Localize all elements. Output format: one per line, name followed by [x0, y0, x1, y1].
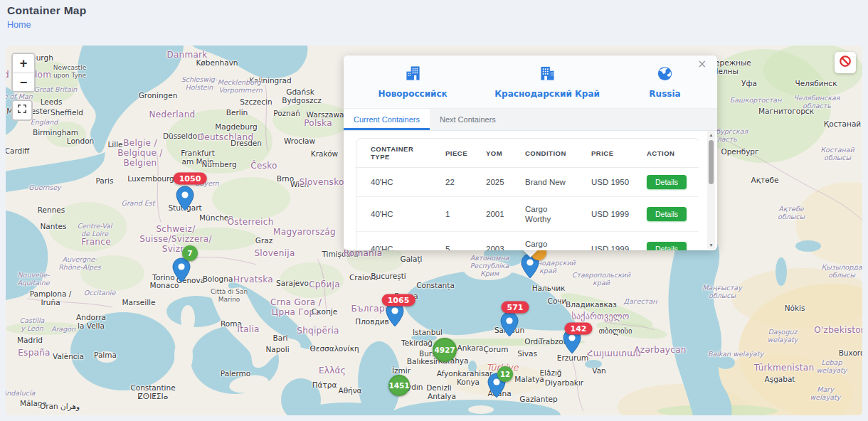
table-cell: 5: [431, 231, 472, 250]
tab-current-containers[interactable]: Current Containers: [344, 109, 430, 130]
table-header-cell: PIECE: [431, 139, 472, 168]
zoom-control: + −: [11, 53, 36, 92]
marker-count-badge[interactable]: 4927: [433, 338, 457, 362]
building-icon: [405, 65, 421, 85]
map-marker-pin[interactable]: [176, 186, 194, 211]
table-cell: 2025: [472, 168, 511, 196]
scrollbar-up-arrow[interactable]: ▲: [707, 131, 715, 139]
map-marker-pin[interactable]: [172, 257, 191, 283]
popup-location[interactable]: Новороссийск: [344, 65, 482, 99]
details-button[interactable]: Details: [647, 207, 687, 221]
marker-count-badge[interactable]: 1451: [388, 375, 410, 396]
marker-count-badge[interactable]: 7: [182, 245, 198, 261]
marker-count-badge[interactable]: 1050: [174, 173, 207, 185]
table-header-cell: PRICE: [577, 139, 633, 168]
close-icon[interactable]: ×: [693, 57, 711, 71]
zoom-out-button[interactable]: −: [13, 73, 34, 91]
containers-table-wrap: CONTAINER TYPEPIECEYOMCONDITIONPRICEACTI…: [356, 138, 699, 250]
table-header-cell: CONTAINER TYPE: [356, 139, 431, 168]
table-scrollbar[interactable]: ▲ ▼: [707, 131, 715, 249]
table-row: 40'HC52003Cargo WorthyUSD 1999Details: [356, 231, 699, 250]
marker-count-badge[interactable]: 142: [565, 323, 593, 335]
page-header: Container Map Home: [7, 4, 87, 30]
table-cell: Cargo Worthy: [511, 196, 577, 231]
popup-location-label: Russia: [649, 89, 680, 99]
fullscreen-icon: [17, 104, 27, 117]
marker-count-badge[interactable]: 571: [502, 302, 529, 314]
table-cell: 40'HC: [356, 168, 431, 196]
table-cell: Cargo Worthy: [511, 231, 577, 250]
clear-filter-button[interactable]: [835, 52, 856, 73]
table-cell: 40'HC: [356, 196, 431, 231]
details-button[interactable]: Details: [647, 242, 687, 250]
containers-table: CONTAINER TYPEPIECEYOMCONDITIONPRICEACTI…: [356, 138, 699, 250]
table-cell: 2003: [472, 231, 511, 250]
table-cell: 2001: [472, 196, 511, 231]
table-row: 40'HC12001Cargo WorthyUSD 1999Details: [356, 196, 699, 231]
scrollbar-down-arrow[interactable]: ▼: [707, 241, 715, 249]
container-popup: × НовороссийскКраснодарский КрайRussia C…: [344, 55, 717, 250]
table-cell: USD 1999: [577, 196, 633, 231]
page-title: Container Map: [7, 4, 87, 17]
map-canvas[interactable]: EdinburghUnited KingdomNewcastle upon Ty…: [6, 46, 862, 415]
table-header-cell: CONDITION: [511, 139, 577, 168]
popup-location-label: Краснодарский Край: [494, 89, 600, 99]
tab-next-containers[interactable]: Next Containers: [430, 109, 506, 130]
table-cell: 22: [431, 168, 472, 196]
table-cell: 40'HC: [356, 231, 431, 250]
popup-location-header: НовороссийскКраснодарский КрайRussia: [344, 55, 717, 109]
table-cell: USD 1950: [577, 168, 633, 196]
table-cell: 1: [431, 196, 472, 231]
marker-count-badge[interactable]: 12: [497, 366, 513, 382]
scrollbar-thumb[interactable]: [709, 140, 714, 184]
globe-icon: [657, 65, 673, 85]
table-header-cell: YOM: [472, 139, 511, 168]
table-header-cell: ACTION: [633, 139, 699, 168]
details-button[interactable]: Details: [647, 175, 687, 189]
table-cell: USD 1999: [577, 231, 633, 250]
popup-location[interactable]: Краснодарский Край: [482, 65, 613, 99]
zoom-in-button[interactable]: +: [13, 54, 34, 73]
table-cell: Brand New: [511, 168, 577, 196]
map-marker-pin[interactable]: [500, 311, 519, 337]
breadcrumb-home[interactable]: Home: [7, 20, 87, 30]
popup-tabs: Current ContainersNext Containers: [344, 109, 717, 131]
fullscreen-button[interactable]: [11, 100, 33, 121]
table-row: 40'HC222025Brand NewUSD 1950Details: [356, 168, 699, 196]
marker-count-badge[interactable]: 1065: [382, 294, 416, 307]
office-building-icon: [539, 65, 556, 85]
prohibition-icon: [839, 55, 852, 70]
popup-location-label: Новороссийск: [378, 89, 447, 99]
